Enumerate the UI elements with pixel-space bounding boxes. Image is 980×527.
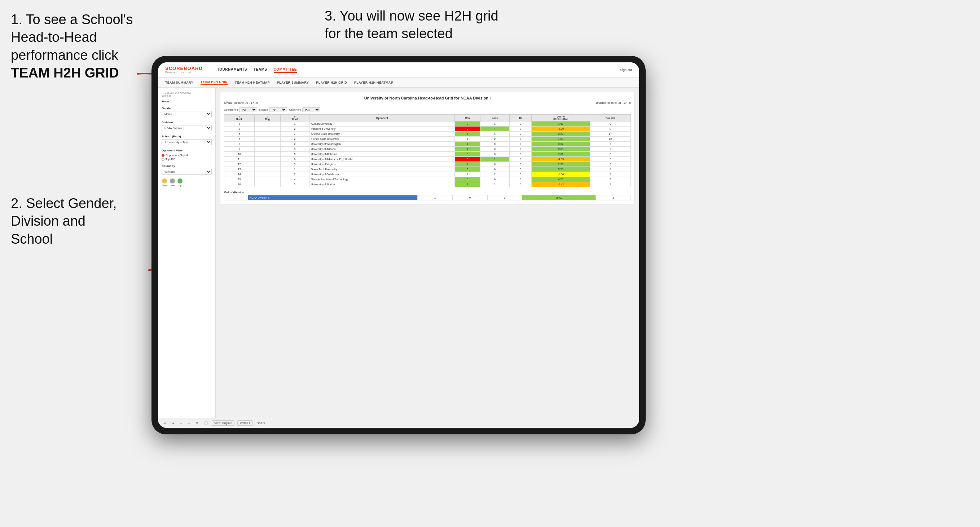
redo-button[interactable]: ↪ — [170, 421, 175, 425]
nav-tournaments[interactable]: TOURNAMENTS — [217, 67, 247, 73]
col-conf: #Conf — [280, 114, 309, 121]
records-row: Overall Record: 89 - 17 - 0 Division Rec… — [224, 101, 631, 105]
annotation-3: 3. You will now see H2H grid for the tea… — [325, 7, 505, 43]
opponent-view-section: Opponent View Opponents Played Top 100 — [162, 149, 212, 161]
conference-select[interactable]: (All) — [239, 108, 257, 112]
conference-filter: Conference (All) — [224, 108, 257, 112]
h2h-table: #Rank #Reg #Conf Opponent Win Loss Tie D… — [224, 114, 631, 187]
division-section: Division NCAA Division I — [162, 121, 212, 131]
gender-select[interactable]: Men's — [162, 111, 212, 117]
radio-group: Opponents Played Top 100 — [162, 154, 212, 161]
out-of-division-table: NCAA Division II 1 0 0 26.00 3 — [224, 195, 631, 200]
out-of-division-row: NCAA Division II 1 0 0 26.00 3 — [224, 195, 631, 200]
last-updated: Last Updated: 27/03/2024 16:55:38 — [162, 92, 212, 97]
view-original-button[interactable]: View: Original — [212, 420, 234, 426]
region-select[interactable]: (All) — [269, 108, 287, 112]
filter-row: Conference (All) Region (All) — [224, 108, 631, 112]
col-reg: #Reg — [255, 114, 281, 121]
radio-dot-top100 — [162, 158, 164, 161]
colour-by-section: Colour by Win/loss — [162, 164, 212, 175]
table-row: 6 2 Florida State University 1 2 0 1.83 … — [224, 137, 631, 142]
table-row: 16 3 University of Florida 3 1 0 -6.42 9 — [224, 182, 631, 187]
color-legend: Down Level Up — [162, 178, 212, 187]
table-row: 12 3 University of Virginia 1 0 0 2.33 3 — [224, 162, 631, 167]
table-row: 4 1 Arizona State University 5 1 0 2.29 … — [224, 132, 631, 137]
tab-team-h2h-grid[interactable]: TEAM H2H GRID — [200, 80, 228, 85]
opponent-select[interactable]: (All) — [302, 108, 320, 112]
division-select[interactable]: NCAA Division I — [162, 125, 212, 131]
watch-button[interactable]: Watch ▾ — [237, 420, 253, 426]
school-section: School (Rank) 1. University of Nort... — [162, 135, 212, 145]
bottom-toolbar: ↩ ↪ ← → ⟳ 🕐 View: Original Watch ▾ Share — [158, 418, 639, 428]
legend-down-dot — [162, 178, 167, 184]
table-row: 14 2 University of Oklahoma 1 2 0 -1.00 … — [224, 172, 631, 177]
table-row: 2 1 Auburn University 2 1 0 1.67 9 — [224, 121, 631, 127]
col-loss: Loss — [480, 114, 510, 121]
table-row: 15 4 Georgia Institute of Technology 5 0… — [224, 177, 631, 182]
sign-out-button[interactable]: Sign out — [620, 68, 632, 72]
col-tie: Tie — [510, 114, 532, 121]
table-row: 11 6 University of Arkansas, Fayettevill… — [224, 157, 631, 162]
table-row: 8 2 University of Washington 1 0 0 3.67 … — [224, 142, 631, 147]
nav-committee[interactable]: COMMITTEE — [274, 67, 297, 73]
region-filter: Region (All) — [259, 108, 287, 112]
col-opponent: Opponent — [309, 114, 455, 121]
app-header: SCOREBOARD Powered by clippi TOURNAMENTS… — [158, 62, 639, 78]
col-diff: Diff AvStrokes/Rnd — [532, 114, 590, 121]
radio-top100[interactable]: Top 100 — [162, 157, 212, 161]
forward-button[interactable]: → — [186, 421, 192, 425]
table-header-row: #Rank #Reg #Conf Opponent Win Loss Tie D… — [224, 114, 631, 121]
clock-button[interactable]: 🕐 — [203, 421, 209, 425]
opponent-filter: Opponent (All) — [289, 108, 320, 112]
legend-up-dot — [177, 178, 183, 184]
nav-teams[interactable]: TEAMS — [254, 67, 267, 73]
app-logo: SCOREBOARD Powered by clippi — [165, 66, 203, 74]
left-panel: Last Updated: 27/03/2024 16:55:38 Team G… — [158, 87, 216, 418]
radio-opponents-played[interactable]: Opponents Played — [162, 154, 212, 157]
tab-team-h2h-heatmap[interactable]: TEAM H2H HEATMAP — [235, 81, 270, 84]
colour-by-select[interactable]: Win/loss — [162, 169, 212, 175]
tablet-screen: SCOREBOARD Powered by clippi TOURNAMENTS… — [158, 62, 639, 428]
tab-player-h2h-grid[interactable]: PLAYER H2H GRID — [316, 81, 347, 84]
table-row: 10 5 University of Alabama 3 0 0 2.61 8 — [224, 152, 631, 157]
tab-team-summary[interactable]: TEAM SUMMARY — [165, 81, 193, 84]
radio-dot-opponents — [162, 154, 164, 157]
annotation-2: 2. Select Gender, Division and School — [11, 195, 117, 248]
sub-nav: TEAM SUMMARY TEAM H2H GRID TEAM H2H HEAT… — [158, 78, 639, 87]
legend-up: Up — [177, 178, 183, 187]
tab-player-h2h-heatmap[interactable]: PLAYER H2H HEATMAP — [354, 81, 393, 84]
legend-down: Down — [162, 178, 168, 187]
grid-title: University of North Carolina Head-to-Hea… — [224, 96, 631, 100]
legend-level: Level — [170, 178, 176, 187]
grid-container: University of North Carolina Head-to-Hea… — [220, 92, 635, 205]
view-label: View: Original — [214, 421, 232, 425]
team-section: Team — [162, 100, 212, 103]
undo-button[interactable]: ↩ — [162, 421, 167, 425]
annotation-1-bold: TEAM H2H GRID — [11, 65, 119, 80]
col-rounds: Rounds — [590, 114, 631, 121]
overall-record: Overall Record: 89 - 17 - 0 — [224, 101, 258, 105]
division-record: Division Record: 88 - 17 - 0 — [596, 101, 631, 105]
school-select[interactable]: 1. University of Nort... — [162, 139, 212, 145]
col-rank: #Rank — [224, 114, 255, 121]
share-button[interactable]: Share — [256, 421, 267, 425]
main-content: Last Updated: 27/03/2024 16:55:38 Team G… — [158, 87, 639, 418]
out-of-division-label: Out of division — [224, 191, 631, 194]
legend-level-dot — [170, 178, 175, 184]
gender-section: Gender Men's — [162, 107, 212, 117]
col-win: Win — [455, 114, 480, 121]
refresh-button[interactable]: ⟳ — [195, 421, 200, 425]
table-row: 13 1 Texas Tech University 3 0 0 5.56 9 — [224, 167, 631, 172]
table-row: 3 2 Vanderbilt University 0 4 0 -2.29 8 — [224, 127, 631, 132]
tab-player-summary[interactable]: PLAYER SUMMARY — [277, 81, 309, 84]
right-panel: University of North Carolina Head-to-Hea… — [216, 87, 639, 418]
back-button[interactable]: ← — [178, 421, 184, 425]
main-nav: TOURNAMENTS TEAMS COMMITTEE — [217, 67, 297, 73]
tablet: SCOREBOARD Powered by clippi TOURNAMENTS… — [151, 56, 646, 434]
table-row: 9 3 University of Arizona 1 0 0 9.00 2 — [224, 147, 631, 152]
